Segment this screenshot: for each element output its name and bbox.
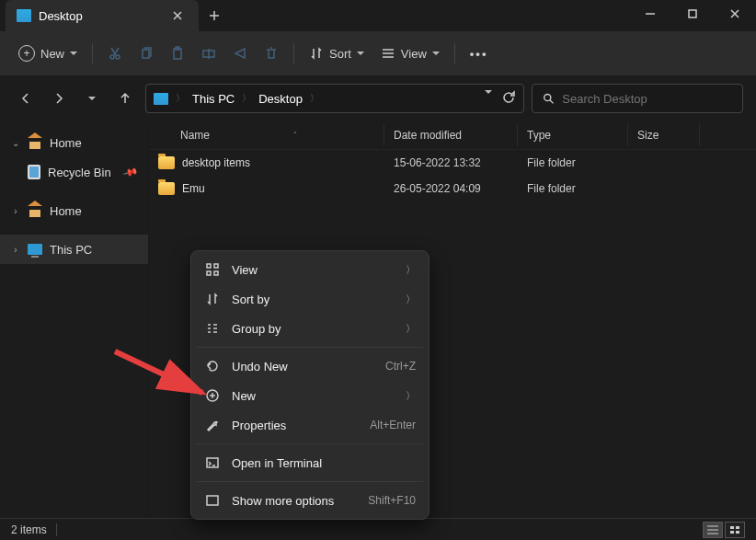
column-header-date[interactable]: Date modified xyxy=(384,124,518,146)
new-label: New xyxy=(40,47,64,61)
sort-label: Sort xyxy=(329,47,351,61)
chevron-right-icon: 〉 xyxy=(406,389,416,403)
ctx-properties[interactable]: Properties Alt+Enter xyxy=(195,410,425,440)
home-icon xyxy=(28,204,42,217)
chevron-right-icon: 〉 xyxy=(310,92,319,105)
chevron-right-icon: 〉 xyxy=(176,92,185,105)
pc-icon xyxy=(28,244,42,255)
copy-button[interactable] xyxy=(132,39,161,68)
chevron-down-icon xyxy=(432,52,440,55)
search-input[interactable] xyxy=(562,92,733,106)
ctx-shortcut: Ctrl+Z xyxy=(385,360,416,373)
column-label: Size xyxy=(637,129,659,142)
status-bar: 2 items xyxy=(0,518,756,540)
table-row[interactable]: Emu 26-05-2022 04:09 File folder xyxy=(149,176,756,201)
ctx-sort-by[interactable]: Sort by 〉 xyxy=(195,284,425,314)
svg-rect-11 xyxy=(214,271,218,275)
sidebar-item-this-pc[interactable]: › This PC xyxy=(0,235,148,264)
forward-button[interactable] xyxy=(46,86,72,111)
chevron-right-icon: 〉 xyxy=(406,263,416,277)
file-type: File folder xyxy=(518,182,628,195)
new-menu-button[interactable]: + New xyxy=(11,39,85,68)
ctx-view[interactable]: View 〉 xyxy=(195,255,425,284)
chevron-down-icon xyxy=(357,52,364,55)
close-window-button[interactable] xyxy=(714,0,756,28)
chevron-down-icon xyxy=(70,52,77,55)
terminal-icon xyxy=(204,454,221,471)
ctx-shortcut: Shift+F10 xyxy=(368,494,416,507)
chevron-down-icon xyxy=(88,97,96,100)
view-toggle-group xyxy=(703,522,745,538)
ctx-label: Show more options xyxy=(232,494,334,508)
sidebar-item-label: Home xyxy=(50,136,82,150)
ctx-undo[interactable]: Undo New Ctrl+Z xyxy=(195,351,425,381)
details-view-button[interactable] xyxy=(703,522,723,538)
menu-separator xyxy=(197,443,423,444)
sidebar-item-recycle-bin[interactable]: Recycle Bin 📌 xyxy=(0,157,148,187)
maximize-button[interactable] xyxy=(671,0,714,28)
tab-title: Desktop xyxy=(39,9,83,23)
recent-locations-button[interactable] xyxy=(79,86,105,111)
separator xyxy=(454,43,455,63)
sidebar-item-home[interactable]: ⌄ Home xyxy=(0,128,148,157)
ctx-group-by[interactable]: Group by 〉 xyxy=(195,314,425,343)
view-menu-button[interactable]: View xyxy=(373,39,447,68)
address-bar[interactable]: 〉 This PC 〉 Desktop 〉 xyxy=(145,84,524,113)
column-header-name[interactable]: Name ˄ xyxy=(149,124,384,146)
toolbar: + New Sort View ••• xyxy=(0,31,756,76)
table-row[interactable]: desktop items 15-06-2022 13:32 File fold… xyxy=(149,150,756,176)
share-button[interactable] xyxy=(225,39,255,68)
separator xyxy=(293,43,294,63)
column-header-type[interactable]: Type xyxy=(518,124,628,146)
search-box[interactable] xyxy=(532,84,743,113)
address-dropdown-button[interactable] xyxy=(485,90,492,108)
ctx-label: Properties xyxy=(232,419,286,432)
paste-button[interactable] xyxy=(163,39,192,68)
title-bar: Desktop xyxy=(0,0,756,31)
sort-icon xyxy=(204,291,221,307)
menu-separator xyxy=(197,481,423,482)
chevron-right-icon: 〉 xyxy=(406,293,416,306)
column-header-size[interactable]: Size xyxy=(628,124,700,146)
ctx-show-more[interactable]: Show more options Shift+F10 xyxy=(195,486,425,515)
close-tab-button[interactable] xyxy=(167,6,188,26)
new-tab-button[interactable] xyxy=(199,0,230,31)
ctx-open-terminal[interactable]: Open in Terminal xyxy=(195,448,425,477)
icons-view-button[interactable] xyxy=(725,522,745,538)
sidebar-item-home[interactable]: › Home xyxy=(0,196,148,225)
breadcrumb[interactable]: Desktop xyxy=(258,92,303,106)
file-date: 15-06-2022 13:32 xyxy=(384,156,518,169)
refresh-button[interactable] xyxy=(501,90,516,108)
column-label: Type xyxy=(527,129,551,142)
window-controls xyxy=(629,0,756,28)
rename-button[interactable] xyxy=(194,39,223,68)
trash-icon xyxy=(28,165,40,179)
ctx-new[interactable]: New 〉 xyxy=(195,381,425,410)
column-label: Date modified xyxy=(394,129,462,142)
sort-menu-button[interactable]: Sort xyxy=(302,39,372,68)
delete-button[interactable] xyxy=(257,39,286,68)
ctx-label: New xyxy=(232,389,256,403)
more-options-button[interactable]: ••• xyxy=(463,39,496,68)
ctx-label: Group by xyxy=(232,322,281,336)
chevron-down-icon xyxy=(485,90,492,94)
back-button[interactable] xyxy=(13,86,39,111)
chevron-right-icon: › xyxy=(11,206,20,216)
file-rows[interactable]: desktop items 15-06-2022 13:32 File fold… xyxy=(149,150,756,201)
ctx-label: Sort by xyxy=(232,293,269,306)
up-button[interactable] xyxy=(112,86,138,111)
folder-icon xyxy=(158,156,175,169)
cut-button[interactable] xyxy=(100,39,130,68)
svg-point-7 xyxy=(544,95,551,101)
minimize-button[interactable] xyxy=(629,0,671,28)
svg-point-1 xyxy=(110,55,114,59)
ctx-label: View xyxy=(232,263,258,277)
ctx-label: Undo New xyxy=(232,360,288,373)
menu-separator xyxy=(197,347,423,348)
active-tab[interactable]: Desktop xyxy=(6,0,199,31)
location-icon xyxy=(154,93,168,105)
sort-asc-icon: ˄ xyxy=(293,131,297,139)
chevron-right-icon: 〉 xyxy=(406,322,416,336)
breadcrumb[interactable]: This PC xyxy=(192,92,235,106)
svg-rect-19 xyxy=(736,531,739,534)
